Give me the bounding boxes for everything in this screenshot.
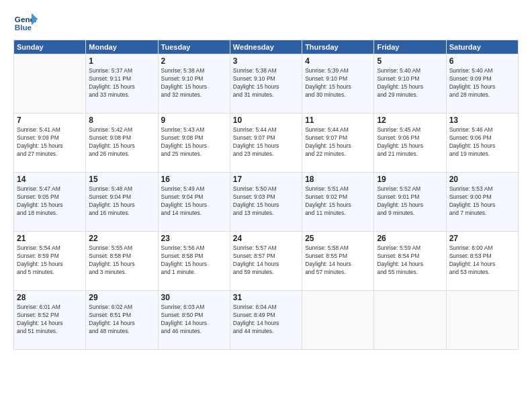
day-number: 20: [449, 175, 515, 184]
calendar-day: 2Sunrise: 5:38 AM Sunset: 9:10 PM Daylig…: [158, 54, 230, 113]
day-header: Thursday: [302, 40, 374, 54]
calendar-week: 1Sunrise: 5:37 AM Sunset: 9:11 PM Daylig…: [14, 54, 519, 113]
calendar-day: 20Sunrise: 5:53 AM Sunset: 9:00 PM Dayli…: [446, 173, 518, 232]
day-info: Sunrise: 5:57 AM Sunset: 8:57 PM Dayligh…: [233, 244, 299, 277]
calendar-day: [302, 291, 374, 350]
day-info: Sunrise: 5:38 AM Sunset: 9:10 PM Dayligh…: [233, 67, 299, 99]
day-number: 2: [161, 56, 227, 66]
day-info: Sunrise: 5:46 AM Sunset: 9:06 PM Dayligh…: [449, 126, 515, 158]
day-info: Sunrise: 5:37 AM Sunset: 9:11 PM Dayligh…: [89, 67, 154, 99]
day-info: Sunrise: 5:44 AM Sunset: 9:07 PM Dayligh…: [305, 126, 371, 158]
day-number: 6: [449, 56, 515, 66]
day-number: 7: [17, 116, 83, 125]
day-header: Friday: [374, 40, 446, 54]
day-number: 12: [377, 116, 443, 125]
day-info: Sunrise: 5:47 AM Sunset: 9:05 PM Dayligh…: [17, 185, 83, 218]
calendar-day: 26Sunrise: 5:59 AM Sunset: 8:54 PM Dayli…: [374, 232, 446, 291]
svg-text:Blue: Blue: [15, 23, 32, 32]
calendar-day: 12Sunrise: 5:45 AM Sunset: 9:06 PM Dayli…: [374, 113, 446, 173]
day-number: 18: [305, 175, 371, 184]
calendar-day: 16Sunrise: 5:49 AM Sunset: 9:04 PM Dayli…: [158, 173, 230, 232]
day-info: Sunrise: 5:41 AM Sunset: 9:09 PM Dayligh…: [17, 126, 83, 158]
day-number: 11: [305, 116, 371, 125]
calendar-day: 18Sunrise: 5:51 AM Sunset: 9:02 PM Dayli…: [302, 173, 374, 232]
day-number: 14: [17, 175, 83, 184]
calendar-day: 28Sunrise: 6:01 AM Sunset: 8:52 PM Dayli…: [14, 291, 86, 350]
day-header: Tuesday: [158, 40, 230, 54]
calendar-day: 3Sunrise: 5:38 AM Sunset: 9:10 PM Daylig…: [230, 54, 302, 113]
day-number: 29: [89, 293, 154, 302]
calendar-day: 6Sunrise: 5:40 AM Sunset: 9:09 PM Daylig…: [446, 54, 518, 113]
header: General Blue: [13, 10, 519, 34]
day-number: 19: [377, 175, 443, 184]
calendar-week: 7Sunrise: 5:41 AM Sunset: 9:09 PM Daylig…: [14, 113, 519, 173]
day-info: Sunrise: 6:02 AM Sunset: 8:51 PM Dayligh…: [89, 304, 154, 336]
calendar-day: 8Sunrise: 5:42 AM Sunset: 9:08 PM Daylig…: [86, 113, 158, 173]
day-info: Sunrise: 5:44 AM Sunset: 9:07 PM Dayligh…: [233, 126, 299, 158]
day-info: Sunrise: 5:39 AM Sunset: 9:10 PM Dayligh…: [305, 67, 371, 99]
calendar-day: 23Sunrise: 5:56 AM Sunset: 8:58 PM Dayli…: [158, 232, 230, 291]
day-info: Sunrise: 5:45 AM Sunset: 9:06 PM Dayligh…: [377, 126, 443, 158]
calendar-day: 10Sunrise: 5:44 AM Sunset: 9:07 PM Dayli…: [230, 113, 302, 173]
day-info: Sunrise: 5:54 AM Sunset: 8:59 PM Dayligh…: [17, 244, 83, 277]
day-header: Wednesday: [230, 40, 302, 54]
calendar-day: 13Sunrise: 5:46 AM Sunset: 9:06 PM Dayli…: [446, 113, 518, 173]
calendar-header: SundayMondayTuesdayWednesdayThursdayFrid…: [14, 40, 519, 54]
calendar-day: 9Sunrise: 5:43 AM Sunset: 9:08 PM Daylig…: [158, 113, 230, 173]
day-number: 4: [305, 56, 371, 66]
day-number: 26: [377, 234, 443, 243]
day-info: Sunrise: 5:52 AM Sunset: 9:01 PM Dayligh…: [377, 185, 443, 218]
day-number: 8: [89, 116, 154, 125]
day-info: Sunrise: 5:50 AM Sunset: 9:03 PM Dayligh…: [233, 185, 299, 218]
day-number: 1: [89, 56, 154, 66]
day-info: Sunrise: 5:55 AM Sunset: 8:58 PM Dayligh…: [89, 244, 154, 277]
logo: General Blue: [13, 10, 40, 34]
day-info: Sunrise: 5:51 AM Sunset: 9:02 PM Dayligh…: [305, 185, 371, 218]
day-header: Sunday: [14, 40, 86, 54]
day-info: Sunrise: 5:49 AM Sunset: 9:04 PM Dayligh…: [161, 185, 227, 218]
day-number: 16: [161, 175, 227, 184]
page: General Blue SundayMondayTuesdayWednesda…: [0, 0, 532, 411]
calendar-day: 11Sunrise: 5:44 AM Sunset: 9:07 PM Dayli…: [302, 113, 374, 173]
day-number: 25: [305, 234, 371, 243]
day-number: 30: [161, 293, 227, 302]
calendar-day: 31Sunrise: 6:04 AM Sunset: 8:49 PM Dayli…: [230, 291, 302, 350]
day-number: 28: [17, 293, 83, 302]
calendar: SundayMondayTuesdayWednesdayThursdayFrid…: [13, 40, 519, 350]
day-number: 5: [377, 56, 443, 66]
calendar-day: 4Sunrise: 5:39 AM Sunset: 9:10 PM Daylig…: [302, 54, 374, 113]
day-info: Sunrise: 6:03 AM Sunset: 8:50 PM Dayligh…: [161, 304, 227, 336]
day-info: Sunrise: 5:43 AM Sunset: 9:08 PM Dayligh…: [161, 126, 227, 158]
day-number: 3: [233, 56, 299, 66]
day-info: Sunrise: 5:42 AM Sunset: 9:08 PM Dayligh…: [89, 126, 154, 158]
calendar-day: [14, 54, 86, 113]
calendar-day: [374, 291, 446, 350]
calendar-week: 14Sunrise: 5:47 AM Sunset: 9:05 PM Dayli…: [14, 173, 519, 232]
day-info: Sunrise: 6:01 AM Sunset: 8:52 PM Dayligh…: [17, 304, 83, 336]
day-info: Sunrise: 5:56 AM Sunset: 8:58 PM Dayligh…: [161, 244, 227, 277]
calendar-day: 21Sunrise: 5:54 AM Sunset: 8:59 PM Dayli…: [14, 232, 86, 291]
calendar-day: 1Sunrise: 5:37 AM Sunset: 9:11 PM Daylig…: [86, 54, 158, 113]
calendar-day: 17Sunrise: 5:50 AM Sunset: 9:03 PM Dayli…: [230, 173, 302, 232]
day-number: 27: [449, 234, 515, 243]
day-info: Sunrise: 5:53 AM Sunset: 9:00 PM Dayligh…: [449, 185, 515, 218]
day-number: 23: [161, 234, 227, 243]
day-number: 24: [233, 234, 299, 243]
calendar-day: 19Sunrise: 5:52 AM Sunset: 9:01 PM Dayli…: [374, 173, 446, 232]
calendar-day: 22Sunrise: 5:55 AM Sunset: 8:58 PM Dayli…: [86, 232, 158, 291]
day-number: 21: [17, 234, 83, 243]
day-info: Sunrise: 6:00 AM Sunset: 8:53 PM Dayligh…: [449, 244, 515, 277]
calendar-day: 5Sunrise: 5:40 AM Sunset: 9:10 PM Daylig…: [374, 54, 446, 113]
day-info: Sunrise: 5:58 AM Sunset: 8:55 PM Dayligh…: [305, 244, 371, 277]
day-number: 22: [89, 234, 154, 243]
day-info: Sunrise: 5:59 AM Sunset: 8:54 PM Dayligh…: [377, 244, 443, 277]
day-header: Monday: [86, 40, 158, 54]
calendar-body: 1Sunrise: 5:37 AM Sunset: 9:11 PM Daylig…: [14, 54, 519, 350]
day-number: 17: [233, 175, 299, 184]
calendar-week: 21Sunrise: 5:54 AM Sunset: 8:59 PM Dayli…: [14, 232, 519, 291]
day-info: Sunrise: 5:40 AM Sunset: 9:10 PM Dayligh…: [377, 67, 443, 99]
calendar-day: 30Sunrise: 6:03 AM Sunset: 8:50 PM Dayli…: [158, 291, 230, 350]
calendar-day: 25Sunrise: 5:58 AM Sunset: 8:55 PM Dayli…: [302, 232, 374, 291]
calendar-day: 7Sunrise: 5:41 AM Sunset: 9:09 PM Daylig…: [14, 113, 86, 173]
day-number: 13: [449, 116, 515, 125]
